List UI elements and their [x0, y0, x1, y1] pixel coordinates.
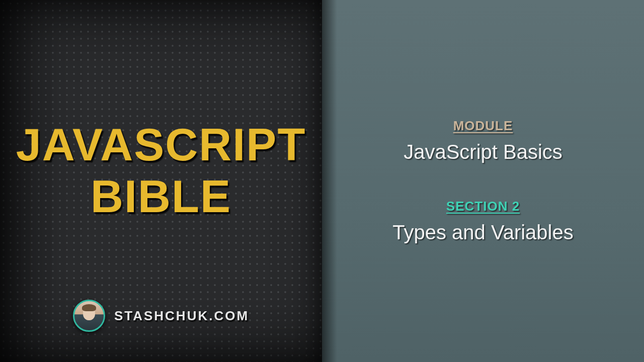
module-label: MODULE	[404, 118, 562, 134]
left-panel: JAVASCRIPT BIBLE STASHCHUK.COM	[0, 0, 322, 362]
right-panel: MODULE JavaScript Basics SECTION 2 Types…	[322, 0, 644, 362]
author-site: STASHCHUK.COM	[114, 308, 249, 324]
title-line-1: JAVASCRIPT	[16, 119, 306, 171]
author-row: STASHCHUK.COM	[0, 300, 322, 332]
slide: JAVASCRIPT BIBLE STASHCHUK.COM MODULE Ja…	[0, 0, 644, 362]
section-block: SECTION 2 Types and Variables	[392, 199, 573, 244]
module-block: MODULE JavaScript Basics	[404, 118, 562, 163]
course-title: JAVASCRIPT BIBLE	[16, 119, 306, 223]
section-label: SECTION 2	[392, 199, 573, 214]
author-avatar	[73, 300, 105, 332]
module-value: JavaScript Basics	[404, 141, 562, 163]
section-value: Types and Variables	[392, 221, 573, 244]
title-line-2: BIBLE	[16, 171, 306, 223]
